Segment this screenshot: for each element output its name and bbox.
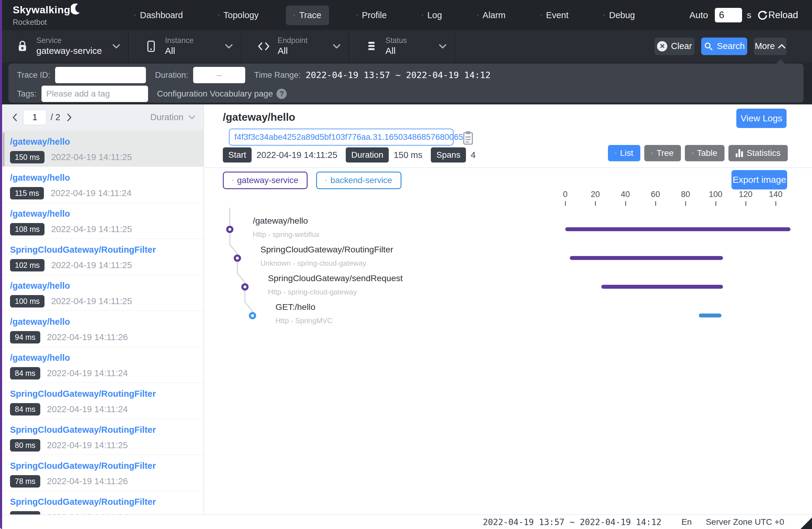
reload-button[interactable]: Reload xyxy=(756,10,798,21)
nav-separator-dot xyxy=(422,15,423,16)
nav-item-topology[interactable]: Topology xyxy=(210,5,266,25)
trace-item-timestamp: 2022-04-19 14:11:24 xyxy=(47,512,128,514)
axis-tick-label: 140 xyxy=(769,190,783,199)
duration-input[interactable] xyxy=(193,67,245,83)
nav-item-debug[interactable]: Debug xyxy=(596,5,643,25)
view-button-list[interactable]: List xyxy=(608,145,641,161)
bar-chart-icon xyxy=(736,149,743,157)
span-name[interactable]: SpringCloudGateway/sendRequest xyxy=(268,273,403,283)
span-duration-bar[interactable] xyxy=(601,285,723,289)
trace-list-item[interactable]: /gateway/hello 115 ms 2022-04-19 14:11:2… xyxy=(2,167,203,203)
span-duration-bar[interactable] xyxy=(565,227,791,231)
view-logs-button[interactable]: View Logs xyxy=(736,109,786,128)
trace-item-duration-badge: 84 ms xyxy=(10,403,40,415)
nav-item-event[interactable]: Event xyxy=(533,5,577,25)
app-logo[interactable]: Skywalking Rocketbot xyxy=(13,4,81,26)
trace-item-title: /gateway/hello xyxy=(10,209,203,219)
section-divider xyxy=(205,167,812,168)
trace-list-item[interactable]: /gateway/hello 100 ms 2022-04-19 14:11:2… xyxy=(2,275,203,311)
trace-list-item[interactable]: SpringCloudGateway/RoutingFilter 84 ms 2… xyxy=(2,383,203,419)
span-node-icon[interactable] xyxy=(234,254,241,262)
tags-input[interactable] xyxy=(42,86,148,102)
duration-value: 150 ms xyxy=(394,150,422,160)
next-page-button[interactable] xyxy=(64,111,74,124)
clear-icon: ✕ xyxy=(657,41,667,52)
nav-separator-dot xyxy=(477,15,478,16)
trace-list-item[interactable]: /gateway/hello 84 ms 2022-04-19 14:11:24 xyxy=(2,347,203,383)
span-name[interactable]: SpringCloudGateway/RoutingFilter xyxy=(260,245,393,254)
view-button-tree[interactable]: Tree xyxy=(644,145,681,161)
trace-item-timestamp: 2022-04-19 14:11:24 xyxy=(50,188,131,198)
axis-tick-mark xyxy=(745,201,746,206)
sort-dropdown[interactable]: Duration xyxy=(150,112,195,122)
trace-item-duration-badge: 84 ms xyxy=(10,367,40,380)
trace-list: /gateway/hello 150 ms 2022-04-19 14:11:2… xyxy=(2,131,203,514)
status-icon xyxy=(365,40,378,53)
clear-button[interactable]: ✕ Clear xyxy=(655,38,695,55)
reload-label: Reload xyxy=(768,10,798,20)
nav-item-trace[interactable]: Trace xyxy=(286,5,329,25)
trace-item-title: /gateway/hello xyxy=(10,353,203,363)
trace-item-title: /gateway/hello xyxy=(10,173,203,183)
trace-list-item[interactable]: SpringCloudGateway/RoutingFilter 80 ms 2… xyxy=(2,419,203,455)
trace-id-select[interactable]: f4f3f3c34abe4252a89d5bf103f776aa.31.1650… xyxy=(229,129,453,146)
reload-icon xyxy=(756,10,768,21)
nav-item-alarm[interactable]: Alarm xyxy=(469,5,513,25)
span-node-icon[interactable] xyxy=(249,312,256,319)
trace-list-item[interactable]: SpringCloudGateway/RoutingFilter 102 ms … xyxy=(2,239,203,275)
export-image-button[interactable]: Export image xyxy=(731,170,787,189)
page-number-input[interactable] xyxy=(23,110,46,125)
span-name[interactable]: GET:/hello xyxy=(276,302,315,312)
copy-trace-id-button[interactable] xyxy=(461,130,475,146)
nav-right-controls: Auto s Reload xyxy=(690,8,798,23)
more-button[interactable]: More xyxy=(754,38,786,55)
axis-tick-mark xyxy=(595,201,596,206)
filter-group-endpoint[interactable]: Endpoint All xyxy=(241,30,349,62)
legend-backend-service[interactable]: backend-service xyxy=(316,172,402,189)
server-zone[interactable]: Server Zone UTC +0 xyxy=(706,517,784,527)
auto-interval-input[interactable] xyxy=(715,8,742,23)
trace-list-item[interactable]: SpringCloudGateway/RoutingFilter 75 ms 2… xyxy=(2,491,203,514)
help-icon[interactable]: ? xyxy=(276,89,287,99)
span-duration-bar[interactable] xyxy=(699,313,721,318)
nav-item-profile[interactable]: Profile xyxy=(348,5,394,25)
trace-detail-panel: /gateway/hello View Logs f4f3f3c34abe425… xyxy=(205,104,812,514)
legend-gateway-service[interactable]: gateway-service xyxy=(223,172,308,189)
trace-list-item[interactable]: /gateway/hello 108 ms 2022-04-19 14:11:2… xyxy=(2,203,203,239)
axis-tick-label: 120 xyxy=(739,190,752,199)
trace-item-timestamp: 2022-04-19 14:11:25 xyxy=(51,224,132,234)
footer-time-range[interactable]: 2022-04-19 13:57 ~ 2022-04-19 14:12 xyxy=(483,517,662,527)
view-button-table[interactable]: Table xyxy=(685,145,725,161)
trace-item-timestamp: 2022-04-19 14:11:25 xyxy=(51,260,132,270)
span-layer: Http - SpringMVC xyxy=(276,317,332,325)
span-node-icon[interactable] xyxy=(226,226,233,233)
nav-item-dashboard[interactable]: Dashboard xyxy=(127,5,191,25)
filter-group-instance[interactable]: Instance All xyxy=(129,30,241,62)
auto-label: Auto xyxy=(690,10,708,20)
span-node-icon[interactable] xyxy=(241,283,249,291)
language-toggle[interactable]: En xyxy=(682,517,692,527)
prev-page-button[interactable] xyxy=(10,111,20,124)
trace-meta: Start 2022-04-19 14:11:25 Duration 150 m… xyxy=(223,147,484,162)
trace-list-item[interactable]: /gateway/hello 150 ms 2022-04-19 14:11:2… xyxy=(2,131,203,167)
nav-separator-dot xyxy=(604,15,605,16)
list-scrollbar-thumb[interactable] xyxy=(3,133,4,166)
trace-item-duration-badge: 94 ms xyxy=(10,331,40,343)
start-badge: Start xyxy=(223,147,251,162)
trace-list-item[interactable]: /gateway/hello 94 ms 2022-04-19 14:11:26 xyxy=(2,311,203,347)
nav-item-log[interactable]: Log xyxy=(414,5,450,25)
trace-item-title: /gateway/hello xyxy=(10,281,203,291)
filter-bar: Service gateway-service Instance All End… xyxy=(0,30,812,62)
filter-group-status[interactable]: Status All xyxy=(349,30,455,62)
time-range-value[interactable]: 2022-04-19 13:57 ~ 2022-04-19 14:12 xyxy=(305,70,491,80)
filter-group-service[interactable]: Service gateway-service xyxy=(0,30,129,62)
search-button[interactable]: Search xyxy=(701,38,747,55)
left-accent-strip xyxy=(0,0,2,529)
trace-item-timestamp: 2022-04-19 14:11:24 xyxy=(47,368,128,378)
vocabulary-link[interactable]: Configuration Vocabulary page ? xyxy=(157,89,287,99)
view-button-statistics[interactable]: Statistics xyxy=(728,145,788,161)
trace-id-input[interactable] xyxy=(55,67,146,83)
trace-list-item[interactable]: SpringCloudGateway/RoutingFilter 78 ms 2… xyxy=(2,455,203,491)
span-duration-bar[interactable] xyxy=(570,256,723,260)
span-name[interactable]: /gateway/hello xyxy=(253,216,308,226)
